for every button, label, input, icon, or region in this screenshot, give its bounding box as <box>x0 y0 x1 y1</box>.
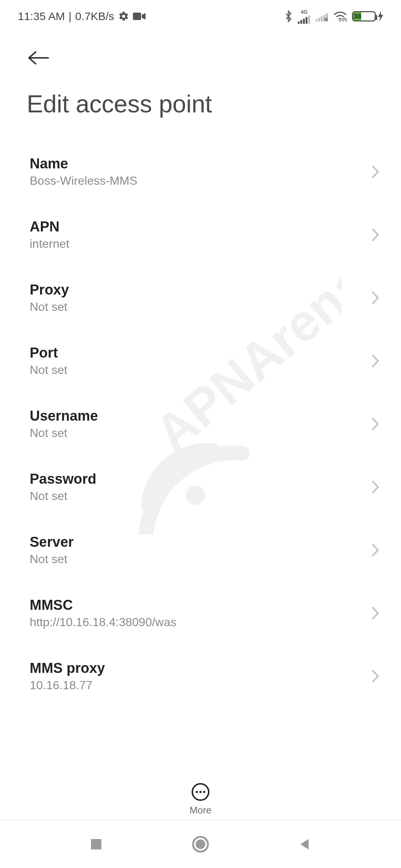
row-name[interactable]: Name Boss-Wireless-MMS <box>0 140 401 203</box>
dot-icon <box>199 791 202 793</box>
status-bar-right: 4G <box>284 9 383 24</box>
wifi-icon <box>333 11 347 22</box>
signal-bars-icon <box>298 16 310 24</box>
chevron-right-icon <box>371 164 380 180</box>
svg-rect-4 <box>300 20 302 24</box>
settings-list: Name Boss-Wireless-MMS APN internet Prox… <box>0 129 401 708</box>
row-apn[interactable]: APN internet <box>0 203 401 266</box>
row-value: Not set <box>30 300 69 314</box>
svg-rect-18 <box>91 839 101 849</box>
chevron-right-icon <box>371 353 380 369</box>
svg-rect-5 <box>303 19 305 24</box>
row-password[interactable]: Password Not set <box>0 456 401 519</box>
bottom-bar: More <box>0 783 401 816</box>
camera-icon <box>133 12 146 21</box>
row-value: Not set <box>30 426 98 440</box>
charging-bolt-icon <box>378 11 383 22</box>
svg-rect-10 <box>321 16 323 22</box>
row-label: APN <box>30 219 69 235</box>
status-bar: 11:35 AM | 0.7KB/s 4G <box>0 0 401 24</box>
svg-rect-6 <box>306 17 307 24</box>
more-button[interactable] <box>192 783 209 801</box>
row-value: http://10.16.18.4:38090/was <box>30 615 176 629</box>
row-label: Username <box>30 408 98 424</box>
row-label: Port <box>30 345 67 361</box>
chevron-right-icon <box>371 479 380 495</box>
chevron-right-icon <box>371 416 380 432</box>
back-arrow-icon[interactable] <box>27 50 50 66</box>
svg-rect-7 <box>308 16 310 24</box>
row-label: Proxy <box>30 282 69 298</box>
row-server[interactable]: Server Not set <box>0 519 401 582</box>
system-nav-bar <box>0 820 401 868</box>
row-username[interactable]: Username Not set <box>0 392 401 456</box>
row-value: 10.16.18.77 <box>30 678 105 692</box>
battery-indicator: 38 <box>352 11 383 22</box>
chevron-right-icon <box>371 290 380 306</box>
signal-1-group: 4G <box>298 9 310 24</box>
svg-marker-21 <box>300 839 309 849</box>
row-value: Boss-Wireless-MMS <box>30 174 137 188</box>
row-label: Password <box>30 471 97 487</box>
status-divider: | <box>69 10 72 23</box>
bluetooth-icon <box>284 10 293 23</box>
row-mms-proxy[interactable]: MMS proxy 10.16.18.77 <box>0 645 401 708</box>
dot-icon <box>203 791 205 793</box>
page-title: Edit access point <box>0 68 401 129</box>
row-value: internet <box>30 237 69 251</box>
svg-rect-9 <box>318 18 320 22</box>
recents-button[interactable] <box>89 837 104 852</box>
status-time: 11:35 AM <box>18 10 65 23</box>
battery-pill: 38 <box>352 11 376 22</box>
row-label: Server <box>30 534 74 550</box>
svg-rect-8 <box>316 19 317 22</box>
row-value: Not set <box>30 489 97 503</box>
chevron-right-icon <box>371 605 380 621</box>
status-net-speed: 0.7KB/s <box>75 10 114 23</box>
signal-4g-label: 4G <box>301 9 308 15</box>
gear-icon <box>118 11 129 22</box>
row-mmsc[interactable]: MMSC http://10.16.18.4:38090/was <box>0 582 401 645</box>
signal-bars-2-icon <box>316 11 328 22</box>
dot-icon <box>196 791 198 793</box>
chevron-right-icon <box>371 542 380 558</box>
row-value: Not set <box>30 363 67 377</box>
row-value: Not set <box>30 552 74 566</box>
svg-point-15 <box>339 20 341 22</box>
svg-point-20 <box>196 839 205 849</box>
back-button[interactable] <box>297 837 312 852</box>
chevron-right-icon <box>371 668 380 684</box>
row-port[interactable]: Port Not set <box>0 329 401 392</box>
row-label: MMSC <box>30 597 176 613</box>
more-label: More <box>189 805 211 816</box>
home-button[interactable] <box>192 835 209 853</box>
chevron-right-icon <box>371 227 380 243</box>
row-label: Name <box>30 156 137 172</box>
svg-rect-3 <box>298 22 300 24</box>
battery-percent-label: 38 <box>353 12 361 20</box>
scroll-fade <box>0 727 401 768</box>
row-proxy[interactable]: Proxy Not set <box>0 266 401 329</box>
status-bar-left: 11:35 AM | 0.7KB/s <box>18 10 146 23</box>
svg-rect-2 <box>133 13 141 20</box>
row-label: MMS proxy <box>30 660 105 676</box>
